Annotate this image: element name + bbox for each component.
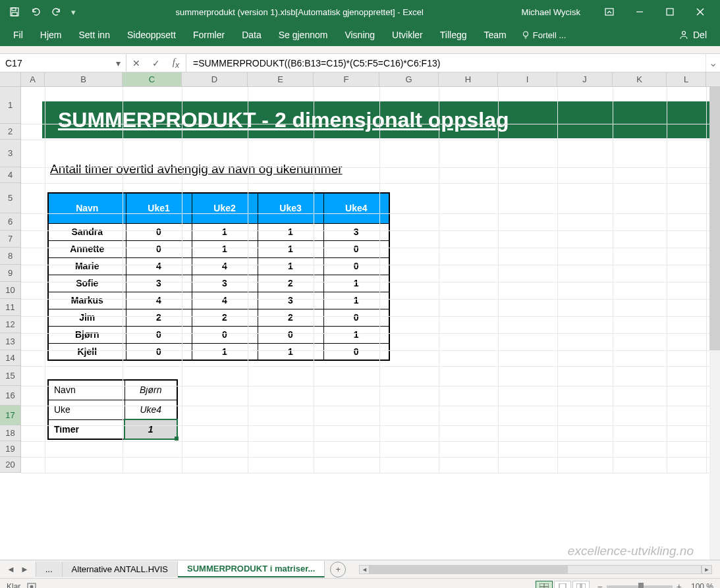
row-header-19[interactable]: 19: [0, 441, 21, 457]
col-header-J[interactable]: J: [557, 72, 613, 86]
scroll-right-button[interactable]: ►: [702, 565, 712, 574]
name-box[interactable]: C17 ▾: [0, 54, 126, 72]
col-header-C[interactable]: C: [123, 72, 182, 86]
col-header-K[interactable]: K: [613, 72, 667, 86]
minimize-button[interactable]: [625, 3, 654, 21]
row-header-13[interactable]: 13: [0, 333, 21, 350]
sheet-tab-hidden[interactable]: ...: [36, 562, 63, 577]
col-header-E[interactable]: E: [248, 72, 314, 86]
view-normal-button[interactable]: [536, 581, 553, 589]
sheet-nav-next[interactable]: ►: [20, 564, 29, 574]
col-header-H[interactable]: H: [439, 72, 498, 86]
zoom-out-button[interactable]: −: [597, 581, 603, 589]
table-cell[interactable]: Marie: [48, 257, 126, 275]
cancel-formula-button[interactable]: ✕: [126, 58, 146, 68]
row-header-18[interactable]: 18: [0, 425, 21, 441]
scroll-thumb[interactable]: [370, 566, 568, 574]
tab-formler[interactable]: Formler: [185, 26, 233, 44]
col-header-L[interactable]: L: [667, 72, 706, 86]
row-header-8[interactable]: 8: [0, 248, 21, 265]
row-header-9[interactable]: 9: [0, 265, 21, 282]
lookup-cell[interactable]: 1: [125, 419, 177, 439]
row-header-11[interactable]: 11: [0, 299, 21, 316]
row-header-14[interactable]: 14: [0, 350, 21, 366]
table-cell[interactable]: Sandra: [48, 223, 126, 240]
row-header-1[interactable]: 1: [0, 87, 21, 124]
lookup-cell[interactable]: Bjørn: [125, 380, 177, 400]
spreadsheet-grid[interactable]: ABCDEFGHIJKL 123456789101112131415161718…: [0, 72, 720, 560]
accept-formula-button[interactable]: ✓: [146, 58, 166, 68]
row-header-10[interactable]: 10: [0, 282, 21, 299]
col-header-B[interactable]: B: [45, 72, 123, 86]
zoom-level[interactable]: 100 %: [691, 582, 713, 589]
row-header-16[interactable]: 16: [0, 386, 21, 406]
add-sheet-button[interactable]: +: [330, 562, 346, 577]
qat-customize[interactable]: ▾: [69, 3, 78, 21]
tab-sideoppsett[interactable]: Sideoppsett: [119, 26, 184, 44]
row-header-6[interactable]: 6: [0, 213, 21, 230]
table-cell[interactable]: Kjell: [48, 343, 126, 360]
tab-visning[interactable]: Visning: [337, 26, 383, 44]
expand-formula-bar[interactable]: ⌄: [706, 54, 720, 72]
sheet-tab-0[interactable]: Alternative ANTALL.HVIS: [63, 562, 178, 577]
lookup-cell[interactable]: Navn: [48, 380, 125, 400]
tell-me[interactable]: Fortell ...: [521, 30, 567, 40]
share-button[interactable]: Del: [678, 30, 715, 40]
zoom-in-button[interactable]: +: [677, 581, 682, 589]
tab-sett-inn[interactable]: Sett inn: [70, 26, 117, 44]
sheet-nav-prev[interactable]: ◄: [7, 564, 15, 574]
row-header-7[interactable]: 7: [0, 230, 21, 248]
sheet-tab-1[interactable]: SUMMERPRODUKT i matriser...: [178, 561, 325, 577]
ribbon-display-button[interactable]: [595, 3, 624, 21]
tab-fil[interactable]: Fil: [5, 26, 31, 44]
scroll-left-button[interactable]: ◄: [359, 565, 370, 574]
lookup-cell[interactable]: Timer: [48, 419, 125, 439]
row-header-12[interactable]: 12: [0, 316, 21, 333]
table-cell[interactable]: Sofie: [48, 275, 126, 292]
redo-button[interactable]: [47, 3, 66, 21]
row-header-2[interactable]: 2: [0, 124, 21, 140]
fill-handle[interactable]: [175, 437, 179, 441]
row-header-17[interactable]: 17: [0, 406, 21, 425]
tab-team[interactable]: Team: [476, 26, 514, 44]
svg-point-9: [682, 32, 685, 35]
tab-se-gjennom[interactable]: Se gjennom: [271, 26, 336, 44]
zoom-knob[interactable]: [638, 583, 644, 589]
horizontal-scrollbar[interactable]: ◄ ►: [359, 564, 712, 575]
view-page-layout-button[interactable]: [554, 581, 571, 589]
table-cell[interactable]: Annette: [48, 240, 126, 257]
view-page-break-button[interactable]: [572, 581, 590, 589]
col-header-G[interactable]: G: [379, 72, 439, 86]
zoom-slider[interactable]: [607, 585, 673, 588]
col-header-A[interactable]: A: [21, 72, 45, 86]
tab-tillegg[interactable]: Tillegg: [432, 26, 475, 44]
tab-hjem[interactable]: Hjem: [32, 26, 70, 44]
chevron-down-icon[interactable]: ▾: [109, 58, 121, 68]
select-all[interactable]: [0, 72, 21, 86]
table-cell[interactable]: Bjørn: [48, 326, 126, 343]
table-cell[interactable]: Markus: [48, 292, 126, 309]
col-header-I[interactable]: I: [498, 72, 557, 86]
table-cell[interactable]: Jim: [48, 309, 126, 326]
row-header-20[interactable]: 20: [0, 457, 21, 473]
macro-record-button[interactable]: [27, 582, 36, 589]
scroll-thumb[interactable]: [709, 87, 720, 350]
svg-rect-2: [12, 13, 17, 16]
col-header-F[interactable]: F: [314, 72, 379, 86]
formula-input[interactable]: =SUMMERPRODUKT((B6:B13=C15)*(C5:F5=C16)*…: [186, 54, 706, 72]
row-header-4[interactable]: 4: [0, 167, 21, 183]
insert-function-button[interactable]: fx: [166, 57, 186, 70]
vertical-scrollbar[interactable]: [709, 87, 720, 560]
lookup-cell[interactable]: Uke4: [125, 400, 177, 419]
row-header-3[interactable]: 3: [0, 140, 21, 167]
maximize-button[interactable]: [655, 3, 684, 21]
col-header-D[interactable]: D: [182, 72, 248, 86]
close-button[interactable]: [686, 3, 715, 21]
row-header-15[interactable]: 15: [0, 366, 21, 386]
tab-data[interactable]: Data: [234, 26, 269, 44]
save-button[interactable]: [5, 3, 24, 21]
undo-button[interactable]: [26, 3, 45, 21]
row-header-5[interactable]: 5: [0, 183, 21, 213]
lookup-cell[interactable]: Uke: [48, 400, 125, 419]
tab-utvikler[interactable]: Utvikler: [384, 26, 431, 44]
